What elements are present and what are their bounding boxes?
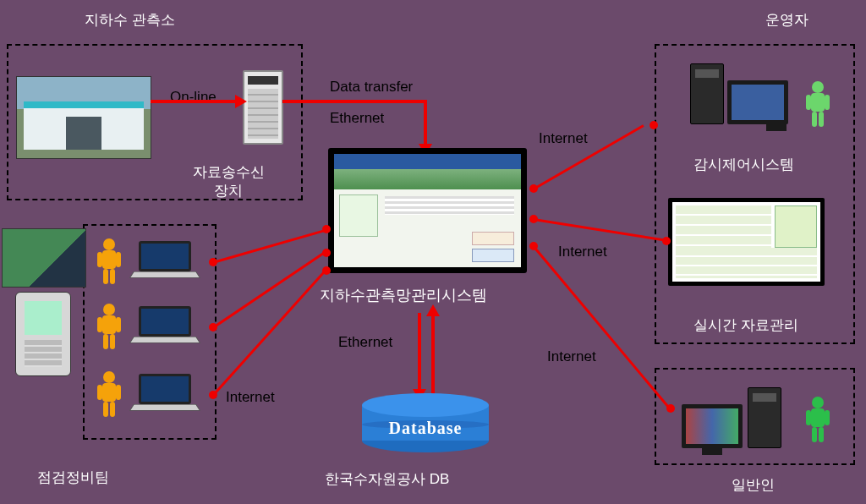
public-title: 일반인 bbox=[732, 475, 775, 495]
svg-rect-19 bbox=[102, 315, 116, 334]
team-person-1-icon bbox=[95, 238, 123, 287]
svg-rect-29 bbox=[110, 402, 115, 417]
data-panel-label: 실시간 자료관리 bbox=[693, 315, 798, 335]
line-op2 bbox=[534, 218, 667, 242]
svg-rect-14 bbox=[97, 252, 102, 267]
team-person-3-icon bbox=[95, 370, 123, 419]
operator-panel-label: 감시제어시스템 bbox=[693, 155, 794, 174]
database-label: Database bbox=[362, 419, 489, 438]
center-label: 지하수관측망관리시스템 bbox=[320, 285, 487, 305]
svg-rect-2 bbox=[806, 95, 811, 110]
phone-icon bbox=[15, 292, 71, 376]
center-system-screen bbox=[328, 148, 527, 273]
arrowhead-db-up bbox=[426, 304, 440, 316]
dot-t1b bbox=[322, 225, 331, 233]
arrowhead-online bbox=[235, 95, 247, 108]
device-label: 자료송수신 장치 bbox=[178, 163, 279, 200]
line-pub bbox=[533, 246, 671, 409]
svg-rect-16 bbox=[103, 269, 108, 284]
svg-rect-10 bbox=[812, 427, 817, 442]
operator-title: 운영자 bbox=[765, 10, 808, 30]
internet-pub-label: Internet bbox=[547, 348, 596, 365]
team-title: 점검정비팀 bbox=[37, 468, 109, 487]
data-transfer-label: Data transfer bbox=[330, 79, 413, 96]
arrow-transfer-h bbox=[282, 100, 426, 103]
internet-op-label: Internet bbox=[539, 130, 588, 147]
svg-rect-1 bbox=[811, 93, 825, 112]
svg-rect-22 bbox=[103, 334, 108, 349]
database-icon: Database bbox=[362, 393, 489, 452]
svg-rect-3 bbox=[825, 95, 830, 110]
arrow-transfer-v bbox=[424, 100, 427, 149]
server-icon bbox=[243, 70, 283, 145]
svg-point-12 bbox=[103, 238, 115, 250]
svg-point-0 bbox=[812, 81, 824, 93]
operator-pc-icon bbox=[690, 63, 788, 124]
online-label: On-line bbox=[170, 89, 216, 106]
internet-data-label: Internet bbox=[558, 244, 607, 260]
line-t1 bbox=[213, 228, 327, 263]
team-laptop-2-icon bbox=[134, 306, 196, 347]
svg-rect-8 bbox=[806, 410, 811, 425]
dot-t3b bbox=[322, 266, 331, 275]
arrow-online bbox=[151, 100, 239, 103]
internet-team-label: Internet bbox=[226, 389, 275, 406]
public-person-icon bbox=[803, 396, 832, 445]
svg-rect-26 bbox=[97, 385, 102, 400]
svg-rect-21 bbox=[116, 317, 121, 332]
svg-point-24 bbox=[103, 371, 115, 383]
team-person-2-icon bbox=[95, 303, 123, 352]
dot-t2b bbox=[322, 249, 331, 257]
svg-rect-13 bbox=[102, 250, 116, 269]
dot-op1b bbox=[650, 121, 658, 129]
db-owner-label: 한국수자원공사 DB bbox=[325, 469, 449, 489]
dot-op2b bbox=[662, 237, 671, 245]
station-photo bbox=[16, 76, 151, 159]
svg-rect-11 bbox=[819, 427, 824, 442]
svg-rect-7 bbox=[811, 408, 825, 427]
team-photo bbox=[2, 228, 86, 288]
team-laptop-1-icon bbox=[134, 241, 196, 282]
team-laptop-3-icon bbox=[134, 374, 196, 414]
data-monitor-icon bbox=[668, 198, 825, 286]
svg-rect-9 bbox=[825, 410, 830, 425]
svg-rect-5 bbox=[819, 112, 824, 127]
ethernet1-label: Ethernet bbox=[330, 110, 384, 127]
svg-rect-27 bbox=[116, 385, 121, 400]
public-pc-icon bbox=[678, 387, 781, 448]
svg-rect-20 bbox=[97, 317, 102, 332]
dot-pub-b bbox=[666, 404, 675, 413]
svg-rect-15 bbox=[116, 252, 121, 267]
svg-rect-17 bbox=[110, 269, 115, 284]
svg-rect-28 bbox=[103, 402, 108, 417]
station-title: 지하수 관측소 bbox=[85, 10, 175, 30]
svg-rect-4 bbox=[812, 112, 817, 127]
svg-rect-23 bbox=[110, 334, 115, 349]
svg-point-18 bbox=[103, 304, 115, 315]
svg-rect-25 bbox=[102, 383, 116, 402]
arrow-db-down bbox=[418, 313, 421, 396]
arrow-db-up bbox=[431, 313, 435, 396]
operator-person-icon bbox=[803, 80, 832, 129]
ethernet2-label: Ethernet bbox=[338, 334, 392, 351]
svg-point-6 bbox=[812, 397, 824, 408]
